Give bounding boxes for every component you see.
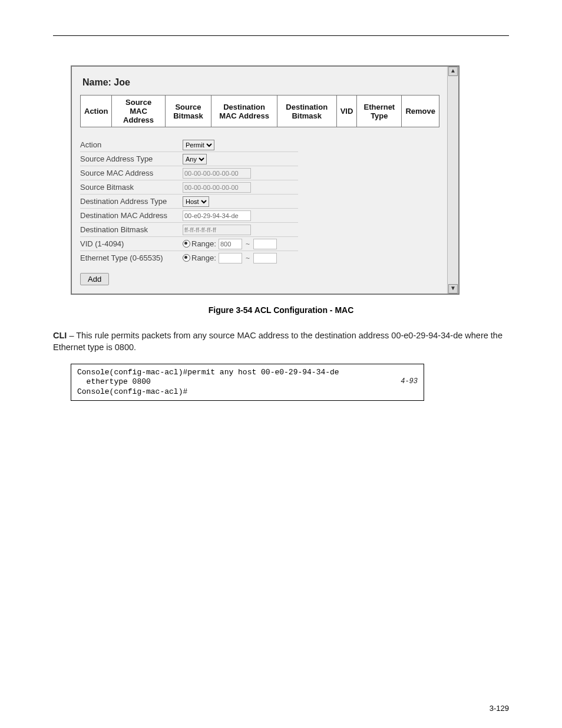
- src-addr-type-select[interactable]: Any: [183, 154, 207, 164]
- top-rule: [53, 35, 509, 36]
- cli-label: CLI: [53, 331, 67, 340]
- console-line1: Console(config-mac-acl)#permit any host …: [77, 368, 339, 377]
- scroll-up-icon[interactable]: ▲: [448, 67, 458, 76]
- tilde-icon: ~: [244, 254, 251, 262]
- th-action: Action: [81, 95, 112, 127]
- th-dst-bitmask: Destination Bitmask: [277, 95, 336, 127]
- acl-name-title: Name: Joe: [82, 77, 450, 88]
- src-bitmask-input[interactable]: [183, 182, 251, 193]
- dst-mac-input[interactable]: [183, 210, 251, 221]
- eth-range-from-input[interactable]: [219, 253, 242, 263]
- src-mac-label: Source MAC Address: [80, 167, 183, 179]
- page-number: 3-129: [490, 704, 509, 713]
- acl-config-screenshot: ▲ ▼ Name: Joe Action Source MAC Address …: [71, 65, 459, 295]
- radio-checked-icon: [183, 240, 190, 248]
- vid-range-label: Range:: [191, 239, 216, 248]
- src-mac-input[interactable]: [183, 168, 251, 179]
- dst-mac-label: Destination MAC Address: [80, 210, 183, 221]
- th-src-mac: Source MAC Address: [112, 95, 165, 127]
- vid-range-to-input[interactable]: [253, 239, 277, 249]
- vid-range-from-input[interactable]: [219, 239, 242, 249]
- th-vid: VID: [336, 95, 357, 127]
- acl-rules-table: Action Source MAC Address Source Bitmask…: [80, 95, 439, 127]
- action-select[interactable]: Permit: [183, 140, 214, 150]
- th-remove: Remove: [402, 95, 439, 127]
- dst-addr-type-select[interactable]: Host: [183, 196, 209, 207]
- eth-range-to-input[interactable]: [253, 253, 277, 263]
- th-eth-type: Ethernet Type: [357, 95, 402, 127]
- acl-form: Action Permit Source Address Type Any: [80, 138, 298, 265]
- dst-addr-type-label: Destination Address Type: [80, 196, 183, 207]
- tilde-icon: ~: [244, 240, 251, 248]
- eth-range-label: Range:: [191, 253, 216, 262]
- figure-caption: Figure 3-54 ACL Configuration - MAC: [53, 305, 509, 315]
- eth-range-radio[interactable]: Range:: [183, 253, 216, 262]
- dst-bitmask-input[interactable]: [183, 225, 251, 235]
- th-src-bitmask: Source Bitmask: [165, 95, 211, 127]
- radio-checked-icon: [183, 254, 190, 262]
- action-label: Action: [80, 139, 183, 150]
- scrollbar[interactable]: ▲ ▼: [447, 67, 458, 294]
- table-header-row: Action Source MAC Address Source Bitmask…: [81, 95, 439, 127]
- src-bitmask-label: Source Bitmask: [80, 182, 183, 193]
- cli-console-block: Console(config-mac-acl)#permit any host …: [71, 364, 424, 401]
- vid-range-radio[interactable]: Range:: [183, 239, 216, 248]
- cli-intro-paragraph: CLI – This rule permits packets from any…: [53, 330, 509, 353]
- src-addr-type-label: Source Address Type: [80, 153, 183, 164]
- console-page-ref: 4-93: [401, 377, 418, 386]
- eth-type-label: Ethernet Type (0-65535): [80, 252, 183, 263]
- th-dst-mac: Destination MAC Address: [211, 95, 277, 127]
- console-line3: Console(config-mac-acl)#: [77, 387, 187, 396]
- vid-label: VID (1-4094): [80, 238, 183, 249]
- scroll-down-icon[interactable]: ▼: [448, 284, 458, 294]
- add-button[interactable]: Add: [80, 273, 109, 285]
- dst-bitmask-label: Destination Bitmask: [80, 224, 183, 235]
- console-line2: ethertype 0800: [77, 377, 151, 386]
